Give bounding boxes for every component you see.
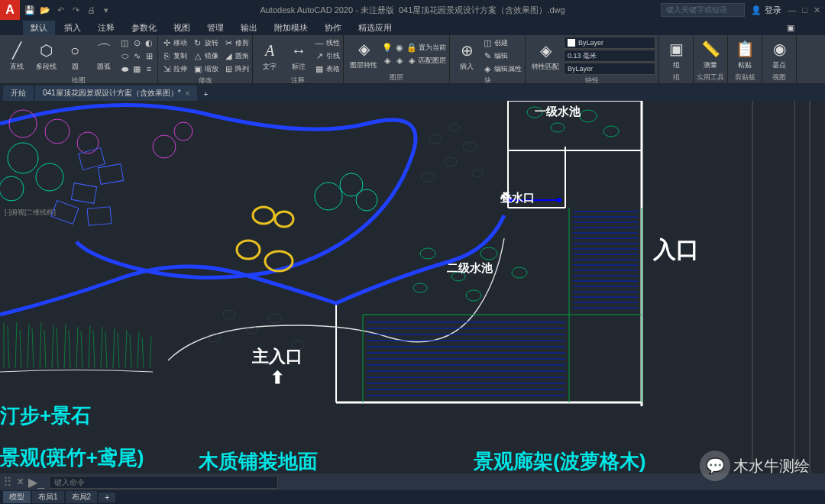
tab-default[interactable]: 默认	[23, 21, 55, 35]
svg-rect-27	[71, 183, 96, 204]
ribbon-collapse-icon[interactable]: ▣	[779, 21, 802, 34]
new-tab-button[interactable]: +	[199, 88, 212, 101]
tab-output[interactable]: 输出	[233, 21, 265, 35]
arc-button[interactable]: ⌒圆弧	[90, 38, 118, 73]
panel-block: ⊕插入 ◫创建 ✎编辑 ◈编辑属性 块	[450, 35, 526, 83]
svg-point-12	[237, 241, 260, 259]
move-icon[interactable]: ✢	[161, 37, 172, 48]
svg-line-90	[89, 325, 90, 368]
circle-button[interactable]: ○圆	[61, 38, 89, 73]
qat-redo-icon[interactable]: ↷	[69, 3, 82, 17]
window-minimize-icon[interactable]: ―	[788, 5, 796, 15]
copy-icon[interactable]: ⎘	[161, 50, 172, 61]
svg-point-39	[466, 290, 481, 301]
svg-point-107	[445, 157, 457, 166]
rect-icon[interactable]: ◫	[119, 37, 130, 48]
svg-line-100	[150, 336, 151, 368]
svg-point-34	[420, 248, 435, 259]
line-button[interactable]: ╱直线	[3, 38, 31, 73]
tab-annotate[interactable]: 注释	[90, 21, 122, 35]
layout2-tab[interactable]: 布局2	[66, 491, 98, 503]
quick-access-toolbar: 💾 📂 ↶ ↷ 🖨 ▾	[20, 3, 116, 17]
tab-manage[interactable]: 管理	[199, 21, 231, 35]
tab-insert[interactable]: 插入	[57, 21, 89, 35]
label-wood-paving: 木质铺装地面	[199, 448, 318, 473]
svg-line-79	[20, 330, 21, 368]
paste-button[interactable]: 📋粘贴	[731, 37, 759, 72]
tab-collaborate[interactable]: 协作	[317, 21, 349, 35]
svg-point-32	[580, 110, 597, 122]
svg-point-23	[340, 173, 363, 196]
layer-props-button[interactable]: ◈图层特性	[347, 37, 380, 72]
linetype-dropdown[interactable]: ByLayer	[564, 63, 655, 75]
tab-parametric[interactable]: 参数化	[124, 21, 164, 35]
svg-line-97	[130, 334, 131, 368]
svg-point-33	[603, 126, 619, 137]
svg-point-112	[268, 314, 282, 323]
document-tabs: 开始 041屋顶花园景观设计方案（含效果图）*× +	[0, 84, 825, 101]
add-layout-button[interactable]: +	[99, 493, 115, 502]
tab-featured[interactable]: 精选应用	[351, 21, 400, 35]
model-tab[interactable]: 模型	[3, 491, 31, 503]
svg-point-37	[512, 267, 527, 278]
svg-point-106	[463, 142, 477, 151]
group-button[interactable]: ▣组	[662, 37, 690, 72]
stretch-icon[interactable]: ⇲	[161, 63, 172, 74]
cmd-close-icon[interactable]: ×	[17, 475, 24, 489]
window-title: Autodesk AutoCAD 2020 - 未注册版 041屋顶花园景观设计…	[260, 5, 565, 16]
window-maximize-icon[interactable]: □	[802, 5, 807, 15]
svg-line-91	[93, 330, 95, 368]
tab-view[interactable]: 视图	[166, 21, 198, 35]
command-input[interactable]	[49, 476, 278, 489]
text-button[interactable]: A文字	[256, 38, 283, 73]
line-icon: ╱	[6, 40, 28, 61]
label-main-entrance: 主入口⬆	[252, 345, 302, 388]
svg-point-11	[275, 212, 293, 227]
panel-modify: ✢移动 ↻旋转 ✂修剪 ⎘复制 △镜像 ◢圆角 ⇲拉伸 ▣缩放 ⊞阵列 修改	[158, 35, 253, 83]
doctab-start[interactable]: 开始	[3, 86, 34, 101]
app-logo[interactable]: A	[0, 0, 20, 20]
insert-block-button[interactable]: ⊕插入	[453, 38, 480, 73]
match-props-button[interactable]: ◈特性匹配	[529, 38, 562, 73]
svg-line-86	[64, 324, 66, 368]
panel-group: ▣组组	[659, 35, 694, 83]
doctab-file[interactable]: 041屋顶花园景观设计方案（含效果图）*×	[35, 86, 197, 101]
svg-point-31	[551, 123, 565, 132]
svg-point-16	[77, 132, 99, 153]
label-plants: 景观(斑竹+鸢尾)	[0, 444, 144, 471]
dimension-button[interactable]: ↔标注	[285, 38, 312, 73]
svg-line-88	[76, 327, 78, 368]
help-search[interactable]: 键入关键字或短语	[661, 3, 745, 17]
login-button[interactable]: 👤登录	[751, 5, 781, 16]
svg-point-110	[223, 310, 235, 319]
svg-line-82	[40, 322, 41, 368]
cmd-handle-icon[interactable]: ⠿	[3, 475, 12, 489]
status-bar: 模型 布局1 布局2 +	[0, 490, 825, 504]
polyline-button[interactable]: ⬡多段线	[32, 38, 60, 73]
qat-save-icon[interactable]: 💾	[23, 3, 37, 17]
panel-utilities: 📏测量实用工具	[694, 35, 728, 83]
window-close-icon[interactable]: ✕	[814, 5, 820, 15]
qat-undo-icon[interactable]: ↶	[53, 3, 67, 17]
qat-plot-icon[interactable]: 🖨	[84, 3, 98, 17]
ribbon-tabs: 默认 插入 注释 参数化 视图 管理 输出 附加模块 协作 精选应用 ▣	[0, 20, 825, 35]
cmd-prompt-icon: ▶_	[28, 475, 44, 489]
svg-point-21	[0, 176, 24, 201]
close-tab-icon[interactable]: ×	[186, 89, 190, 98]
svg-line-95	[118, 333, 119, 368]
measure-button[interactable]: 📏测量	[697, 37, 724, 72]
qat-open-icon[interactable]: 📂	[38, 3, 52, 17]
svg-point-108	[472, 170, 483, 177]
svg-point-18	[174, 122, 192, 141]
tab-addins[interactable]: 附加模块	[267, 21, 315, 35]
svg-line-99	[142, 338, 144, 368]
svg-point-9	[557, 198, 561, 202]
lineweight-dropdown[interactable]: 0.13 毫米	[564, 50, 655, 62]
layout1-tab[interactable]: 布局1	[32, 491, 64, 503]
qat-more-icon[interactable]: ▾	[99, 3, 113, 17]
basepoint-button[interactable]: ◉基点	[765, 37, 793, 72]
label-pergola: 景观廊架(波萝格木)	[474, 448, 645, 473]
panel-clipboard: 📋粘贴剪贴板	[728, 35, 762, 83]
drawing-canvas[interactable]: [-]俯视[二维线框]	[0, 101, 825, 473]
layer-color-dropdown[interactable]: ByLayer	[564, 37, 655, 49]
